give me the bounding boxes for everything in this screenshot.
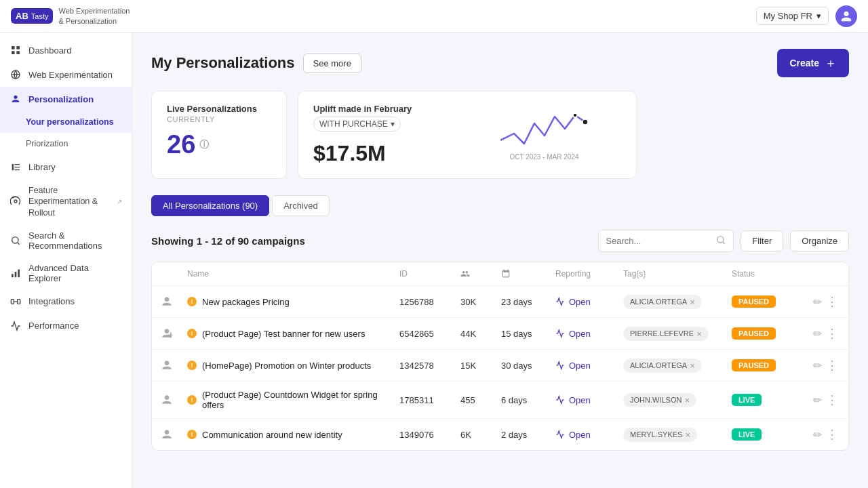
sidebar-label-priorization: Priorization	[26, 139, 68, 148]
create-button[interactable]: Create ＋	[777, 49, 849, 77]
with-purchase-label: WITH PURCHASE	[319, 119, 388, 129]
personalization-icon	[9, 93, 22, 105]
row3-edit-icon[interactable]: ✏	[813, 359, 822, 372]
row4-more-icon[interactable]: ⋮	[826, 392, 838, 407]
live-personalizations-card: Live Personalizations CURRENTLY 26 ⓘ	[151, 91, 287, 179]
row2-reporting[interactable]: Open	[555, 329, 623, 339]
sidebar-item-personalization[interactable]: Personalization	[0, 87, 132, 111]
sidebar-label-library: Library	[28, 162, 56, 172]
sparkline-chart	[500, 110, 589, 150]
row1-reporting[interactable]: Open	[555, 297, 623, 307]
row1-reporting-link[interactable]: Open	[569, 297, 591, 307]
logo-text: Web Experimentation & Personalization	[58, 6, 130, 26]
chevron-down-icon-purchase: ▾	[391, 119, 395, 129]
logo-badge[interactable]: AB Tasty	[11, 8, 53, 24]
row2-edit-icon[interactable]: ✏	[813, 327, 822, 340]
sidebar-item-your-personalizations[interactable]: Your personalizations	[0, 111, 132, 133]
row5-more-icon[interactable]: ⋮	[826, 427, 838, 442]
warning-dot: !	[187, 297, 197, 306]
row4-edit-icon[interactable]: ✏	[813, 394, 822, 407]
logo-area: AB Tasty Web Experimentation & Personali…	[11, 6, 130, 26]
row1-tag-pill: ALICIA.ORTEGA ×	[623, 295, 702, 309]
row4-tag-remove[interactable]: ×	[684, 395, 690, 405]
sidebar-item-dashboard[interactable]: Dashboard	[0, 38, 132, 62]
row4-actions: ✏ ⋮	[813, 392, 840, 407]
row3-tag-remove[interactable]: ×	[690, 361, 695, 371]
row3-reporting[interactable]: Open	[555, 361, 623, 371]
sidebar-item-performance[interactable]: Performance	[0, 314, 132, 338]
main-content: My Personalizations See more Create ＋ Li…	[132, 33, 868, 488]
row1-edit-icon[interactable]: ✏	[813, 296, 822, 308]
search-input[interactable]	[606, 236, 711, 246]
table-row: ! (HomePage) Promotion on Winter product…	[152, 350, 848, 382]
row4-tag: JOHN.WILSON ×	[623, 393, 732, 407]
sidebar-item-feature-exp[interactable]: Feature Experimentation & Rollout ↗	[0, 179, 132, 224]
product-line2: & Personalization	[58, 16, 130, 26]
sidebar-item-integrations[interactable]: Integrations	[0, 289, 132, 314]
warning-dot: !	[187, 361, 197, 370]
row5-tag-pill: MERYL.SYKES ×	[623, 428, 697, 442]
th-calendar	[501, 269, 555, 279]
chevron-down-icon: ▾	[816, 11, 821, 21]
sidebar-item-advanced-data[interactable]: Advanced Data Explorer	[0, 257, 132, 289]
row2-more-icon[interactable]: ⋮	[826, 326, 838, 341]
row2-days: 15 days	[501, 329, 555, 339]
web-experimentation-icon	[9, 68, 22, 81]
th-id: ID	[399, 269, 460, 279]
row4-reporting-link[interactable]: Open	[569, 395, 591, 405]
row3-days: 30 days	[501, 361, 555, 371]
warning-dot: !	[187, 395, 197, 405]
row1-visitors: 30K	[460, 297, 501, 307]
sidebar-item-search-rec[interactable]: Search & Recommendations	[0, 224, 132, 257]
row3-icon	[160, 359, 187, 372]
tab-archived[interactable]: Archived	[272, 195, 330, 216]
sidebar-label-advanced-data: Advanced Data Explorer	[28, 263, 122, 283]
row5-tag-remove[interactable]: ×	[685, 430, 690, 440]
sidebar-item-web-experimentation[interactable]: Web Experimentation	[0, 62, 132, 87]
shop-selector[interactable]: My Shop FR ▾	[756, 7, 829, 25]
uplift-value: $17.5M	[313, 141, 467, 166]
sidebar-item-priorization[interactable]: Priorization	[0, 133, 132, 155]
dashboard-icon	[9, 44, 22, 56]
row1-tag-remove[interactable]: ×	[690, 297, 695, 307]
row5-reporting[interactable]: Open	[555, 430, 623, 440]
row5-reporting-link[interactable]: Open	[569, 430, 591, 440]
row1-id: 1256788	[399, 297, 460, 307]
chart-date: OCT 2023 - MAR 2024	[509, 153, 578, 161]
row5-edit-icon[interactable]: ✏	[813, 428, 822, 441]
row4-visitors: 455	[460, 395, 501, 405]
th-icon	[160, 269, 187, 279]
svg-point-14	[717, 237, 724, 243]
svg-rect-11	[18, 299, 20, 304]
row1-status: PAUSED	[732, 296, 813, 308]
filter-button[interactable]: Filter	[741, 230, 783, 251]
row3-reporting-link[interactable]: Open	[569, 361, 591, 371]
row2-tag-remove[interactable]: ×	[696, 329, 702, 339]
topbar-left: AB Tasty Web Experimentation & Personali…	[11, 6, 130, 26]
search-box[interactable]	[598, 230, 734, 252]
sidebar-label-performance: Performance	[28, 321, 79, 331]
row3-name: ! (HomePage) Promotion on Winter product…	[187, 361, 399, 371]
row4-reporting[interactable]: Open	[555, 395, 623, 405]
table-row: ! Communication around new identity 1349…	[152, 419, 848, 450]
row2-status: PAUSED	[732, 327, 813, 340]
page-title: My Personalizations	[151, 54, 295, 72]
organize-button[interactable]: Organize	[790, 230, 849, 251]
sidebar: Dashboard Web Experimentation Personaliz…	[0, 33, 132, 488]
see-more-button[interactable]: See more	[303, 54, 361, 73]
row2-tag-text: PIERRE.LEFEVRE	[630, 329, 694, 338]
row1-more-icon[interactable]: ⋮	[826, 294, 838, 309]
live-info-icon[interactable]: ⓘ	[199, 139, 209, 151]
plus-icon: ＋	[825, 55, 837, 71]
row3-more-icon[interactable]: ⋮	[826, 358, 838, 373]
th-actions	[813, 269, 840, 279]
sidebar-item-library[interactable]: Library	[0, 155, 132, 179]
tab-all-personalizations[interactable]: All Personalizations (90)	[151, 195, 269, 216]
row3-visitors: 15K	[460, 361, 501, 371]
avatar[interactable]	[835, 5, 857, 27]
with-purchase-selector[interactable]: WITH PURCHASE ▾	[313, 117, 401, 131]
row3-status: PAUSED	[732, 359, 813, 371]
sidebar-label-personalization: Personalization	[28, 94, 94, 104]
row2-reporting-link[interactable]: Open	[569, 329, 591, 339]
row1-status-badge: PAUSED	[732, 296, 776, 308]
